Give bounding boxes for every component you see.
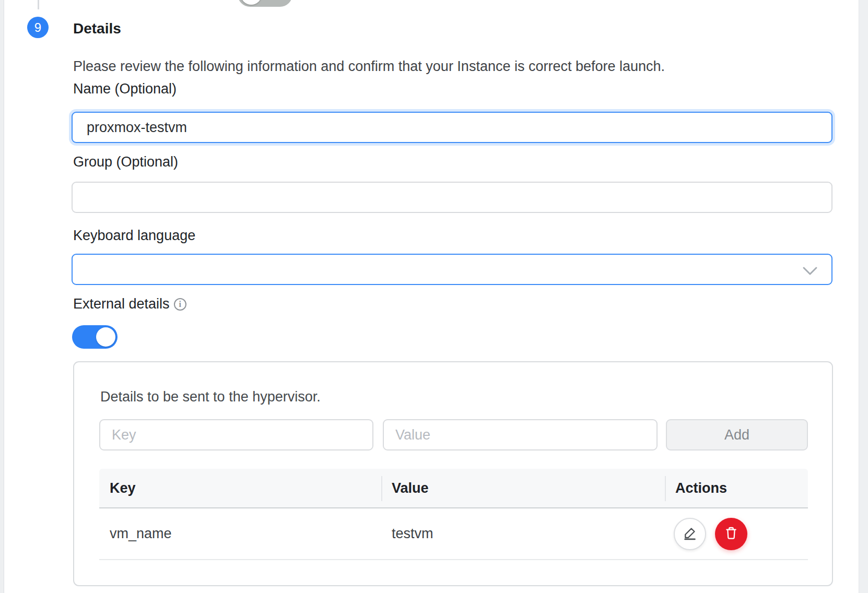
trash-icon (723, 525, 740, 543)
row-actions-cell (665, 518, 808, 550)
toggle-knob (96, 327, 115, 347)
key-input[interactable] (99, 419, 373, 450)
step-number: 9 (34, 20, 41, 35)
hypervisor-details-panel: Details to be sent to the hypervisor. Ad… (73, 361, 833, 586)
table-header-row: Key Value Actions (99, 469, 808, 508)
step-number-badge: 9 (27, 17, 49, 38)
row-value-cell: testvm (381, 526, 665, 542)
add-button-label: Add (724, 427, 749, 443)
step-connector-line (38, 0, 39, 9)
vertical-scrollbar[interactable] (859, 0, 868, 593)
table-header-actions: Actions (665, 480, 808, 496)
keyboard-language-label: Keyboard language (73, 228, 195, 244)
intro-text: Please review the following information … (73, 58, 665, 75)
external-details-label: External details (73, 296, 170, 312)
group-label: Group (Optional) (73, 154, 178, 170)
chevron-down-icon (802, 266, 818, 278)
edit-row-button[interactable] (674, 518, 706, 550)
external-details-toggle[interactable] (72, 325, 118, 349)
name-label: Name (Optional) (73, 81, 177, 97)
table-header-value: Value (381, 480, 665, 496)
add-button[interactable]: Add (666, 419, 808, 450)
name-input[interactable] (72, 112, 832, 143)
column-divider (381, 476, 382, 501)
delete-row-button[interactable] (715, 518, 747, 550)
previous-step-toggle[interactable] (238, 0, 292, 7)
keyboard-language-select[interactable] (72, 254, 832, 285)
value-input[interactable] (383, 419, 658, 450)
row-key-cell: vm_name (99, 526, 381, 542)
toggle-knob (241, 0, 262, 5)
table-row: vm_name testvm (99, 508, 808, 560)
group-input[interactable] (72, 182, 832, 213)
left-gutter (0, 0, 4, 593)
hypervisor-panel-description: Details to be sent to the hypervisor. (100, 389, 321, 405)
key-value-table: Key Value Actions vm_name testvm (99, 469, 808, 560)
edit-pencil-icon (682, 525, 698, 543)
column-divider (665, 476, 666, 501)
section-title: Details (73, 20, 121, 37)
table-header-key: Key (99, 480, 381, 496)
details-step-screen: 9 Details Please review the following in… (0, 0, 868, 593)
external-details-row: External details i (73, 296, 186, 312)
info-icon[interactable]: i (174, 298, 186, 311)
